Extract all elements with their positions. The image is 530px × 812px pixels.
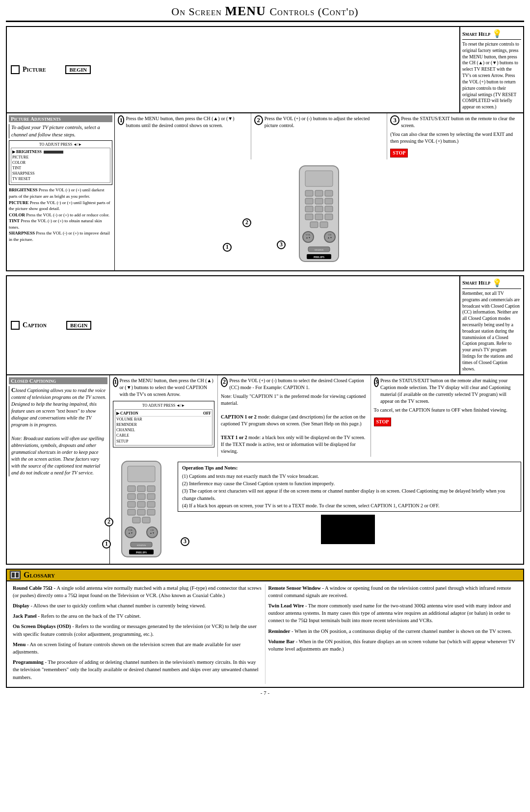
svg-rect-40 [132, 517, 140, 523]
svg-rect-14 [310, 222, 318, 228]
svg-rect-4 [325, 190, 333, 196]
svg-text:STATUS: STATUS [315, 249, 323, 251]
svg-rect-30 [147, 486, 155, 492]
menu-item-cable: CABLE [116, 433, 211, 438]
picture-step3-detail: (You can also clear the screen by select… [390, 131, 520, 145]
brightness-bar [44, 151, 63, 154]
caption-left-panel: Closed Captioning Closed Captioning allo… [7, 375, 110, 564]
screen-adjust-label: TO ADJUST PRESS ◄/► [11, 142, 110, 147]
page-number: - 7 - [6, 690, 524, 696]
svg-rect-53 [12, 573, 15, 577]
caption-step2-detail: Note: Usually "CAPTION 1" is the preferr… [221, 393, 368, 455]
term-reminder: Reminder [268, 629, 291, 634]
menu-color: COLOR [12, 160, 109, 165]
picture-section: Picture BEGIN Smart Help 💡 To reset the … [6, 26, 524, 271]
caption-screen-mockup: TO ADJUST PRESS ◄/► ▶ CAPTION OFF VOLUME… [113, 401, 214, 447]
caption-right-info: Operation Tips and Notes: (1) Captions a… [175, 459, 521, 562]
caption-step1: 1 Press the MENU button, then press the … [110, 375, 218, 457]
picture-step2-header: 2 Press the VOL (+) or (-) buttons to ad… [254, 115, 384, 129]
menu-brightness: ▶ BRIGHTNESS [12, 149, 109, 155]
glossary-menu: Menu - An on screen listing of feature c… [13, 641, 262, 655]
svg-rect-31 [128, 494, 135, 499]
caption-menu-items: VOLUME BAR REMINDER CHANNEL CABLE SETUP [116, 417, 211, 444]
glossary-section: Glossary Round Cable 75Ω - A single soli… [6, 569, 524, 688]
main-title: On Screen MENU Controls (Cont'd) [6, 4, 524, 22]
glossary-reminder: Reminder - When in the ON position, a co… [268, 628, 518, 635]
caption-section-title: Caption [23, 321, 47, 329]
picture-step1: 1 Press the MENU button, then press the … [115, 113, 251, 159]
glossary-jack-panel: Jack Panel - Refers to the area on the b… [13, 612, 262, 620]
caption-intro-text: Closed Captioning allows you to read the… [9, 386, 107, 477]
caption-screen-label: TO ADJUST PRESS ◄/► [115, 403, 212, 408]
menu-sharpness: SHARPNESS [12, 171, 109, 176]
menu-item-reminder: REMINDER [116, 422, 211, 427]
term-round-cable: Round Cable 75Ω [13, 585, 53, 591]
svg-rect-39 [147, 509, 155, 515]
svg-rect-11 [305, 214, 313, 220]
svg-rect-3 [315, 190, 323, 196]
caption-step1-text: Press the MENU button, then press the CH… [120, 377, 215, 398]
caption-step2: 2 Press the VOL (+) or (-) buttons to se… [218, 375, 371, 457]
svg-rect-13 [325, 214, 333, 220]
term-volume-bar: Volume Bar [268, 639, 295, 644]
svg-rect-5 [305, 198, 313, 204]
caption-begin-badge: BEGIN [66, 321, 91, 330]
picture-steps-area: 1 Press the MENU button, then press the … [115, 113, 523, 270]
picture-step3-header: 3 Press the STATUS/EXIT button on the re… [390, 115, 520, 129]
caption-remote-area: VOL ▲▼ CH ▲▼ STATUS PHILIPS 2 [110, 457, 523, 564]
svg-text:PHILIPS: PHILIPS [136, 551, 147, 554]
svg-rect-6 [315, 198, 323, 204]
picture-smart-help: Smart Help 💡 To reset the picture contro… [459, 27, 523, 112]
picture-smart-help-title: Smart Help [462, 31, 490, 37]
menu-tint: TINT [12, 165, 109, 171]
glossary-title: Glossary [24, 571, 55, 579]
caption-off-value: OFF [203, 411, 211, 416]
menu-item-channel: CHANNEL [116, 427, 211, 433]
caption-step3-detail: To cancel, set the CAPTION feature to OF… [374, 407, 521, 414]
caption-smart-help-text: Remember, not all TV programs and commer… [462, 290, 521, 372]
picture-step3: 3 Press the STATUS/EXIT button on the re… [387, 113, 523, 159]
stop-badge-caption: STOP [374, 418, 392, 426]
svg-rect-12 [315, 214, 323, 220]
svg-rect-10 [325, 206, 333, 212]
svg-text:▲▼: ▲▼ [128, 532, 133, 534]
picture-remote-svg: VOL ▲▼ CH ▲▼ STATUS PHILIPS [294, 163, 344, 266]
svg-text:VOL: VOL [128, 529, 133, 531]
caption-menu-display: ▶ CAPTION OFF VOLUME BAR REMINDER CHANNE… [115, 409, 212, 445]
svg-rect-35 [137, 501, 145, 507]
picture-adjustments: BRIGHTNESS Press the VOL (-) or (+) unti… [9, 187, 112, 242]
picture-intro-text: To adjust your TV picture controls, sele… [9, 124, 112, 138]
svg-rect-37 [128, 509, 135, 515]
menu-item-volume: VOLUME BAR [116, 417, 211, 422]
caption-remote-svg: VOL ▲▼ CH ▲▼ STATUS PHILIPS [117, 459, 166, 562]
glossary-right-col: Remote Sensor Window - A window or openi… [265, 584, 521, 684]
picture-menu-display: ▶ BRIGHTNESS PICTURE COLOR TINT SHARPNES… [11, 148, 110, 183]
glossary-display: Display - Allows the user to quickly con… [13, 602, 262, 609]
title-contd: (Cont'd) [318, 5, 359, 18]
caption-smart-help: Smart Help 💡 Remember, not all TV progra… [459, 276, 523, 374]
term-programming: Programming [13, 659, 44, 665]
caption-step1-circle: 1 [113, 377, 118, 387]
title-controls: Controls [269, 5, 318, 18]
svg-text:▲▼: ▲▼ [306, 236, 311, 239]
menu-item-setup: SETUP [116, 439, 211, 444]
svg-rect-29 [137, 486, 145, 492]
svg-rect-27 [128, 466, 155, 482]
caption-step2-circle: 2 [221, 377, 228, 387]
svg-text:▲▼: ▲▼ [327, 236, 332, 239]
step2-circle: 2 [254, 115, 263, 125]
caption-step2-header: Press the VOL (+) or (-) buttons to sele… [229, 377, 367, 391]
picture-section-icon [11, 65, 20, 74]
picture-section-body: Picture Adjustments To adjust your TV pi… [7, 113, 523, 270]
picture-section-title: Picture [23, 66, 46, 74]
caption-sub-title: Closed Captioning [9, 377, 107, 384]
title-menu: MENU [225, 4, 269, 18]
svg-text:VOL: VOL [306, 234, 311, 236]
svg-rect-32 [137, 494, 145, 499]
caption-step3-header: Press the STATUS/EXIT button on the remo… [380, 377, 520, 405]
svg-rect-15 [320, 222, 328, 228]
term-brightness: BRIGHTNESS [9, 187, 38, 192]
term-color: COLOR [9, 212, 25, 217]
glossary-round-cable: Round Cable 75Ω - A single solid antenna… [13, 584, 262, 599]
menu-picture: PICTURE [12, 155, 109, 160]
